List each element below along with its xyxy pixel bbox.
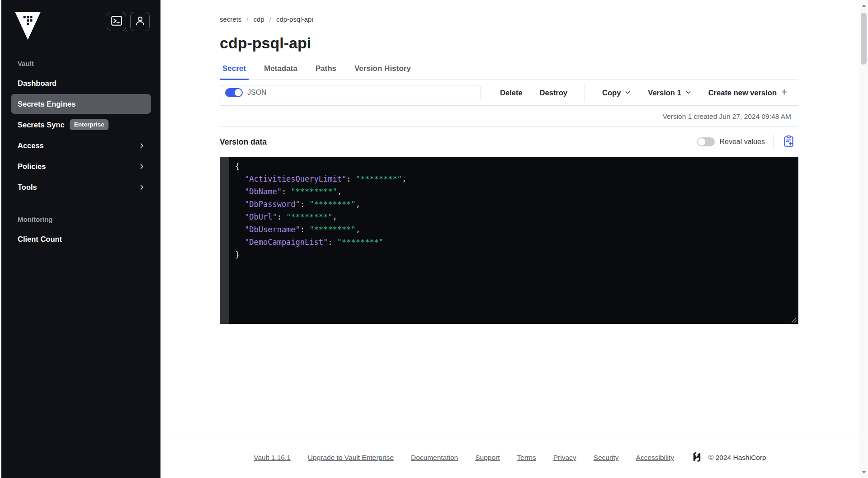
version-dropdown-button[interactable]: Version 1 (648, 89, 691, 97)
secret-entry: "DbPassword": "********", (235, 198, 406, 211)
scroll-down-icon[interactable] (859, 468, 868, 476)
breadcrumb-secrets[interactable]: secrets (220, 15, 241, 23)
main-content: secrets / cdp / cdp-psql-api cdp-psql-ap… (160, 0, 859, 478)
chevron-down-icon (685, 89, 691, 97)
create-new-version-button[interactable]: Create new version (708, 89, 788, 97)
sidebar-item-policies[interactable]: Policies (1, 156, 160, 177)
copyright-text: © 2024 HashiCorp (708, 454, 766, 462)
vault-logo-icon[interactable] (15, 12, 41, 40)
copy-dropdown-button[interactable]: Copy (602, 89, 631, 97)
secret-entry: "DemoCampaignList": "********" (235, 236, 406, 248)
sidebar-item-dashboard[interactable]: Dashboard (1, 73, 160, 94)
chevron-down-icon (625, 89, 631, 97)
secret-entry: "ActivitiesQueryLimit": "********", (235, 173, 406, 185)
clipboard-copy-icon (783, 135, 795, 149)
version-data-header: Version data Reveal values (220, 127, 798, 157)
header-divider (774, 134, 774, 150)
chevron-right-icon (138, 163, 145, 170)
hashicorp-logo-icon (691, 451, 703, 464)
secret-entry: "DbUsername": "********", (235, 223, 406, 236)
json-toggle-box: JSON (220, 85, 481, 100)
footer-link-support[interactable]: Support (475, 454, 500, 462)
sidebar-item-secrets-engines[interactable]: Secrets Engines (11, 94, 151, 114)
breadcrumb-cdp[interactable]: cdp (254, 15, 264, 23)
breadcrumb: secrets / cdp / cdp-psql-api (220, 0, 798, 23)
footer-link-terms[interactable]: Terms (517, 454, 536, 462)
secret-entry: "DbUrl": "********", (235, 211, 406, 223)
tab-paths[interactable]: Paths (313, 64, 339, 80)
editor-gutter (220, 157, 229, 324)
secret-json-editor: { "ActivitiesQueryLimit": "********", "D… (220, 157, 798, 324)
secret-entry: "DbName": "********", (235, 185, 406, 198)
chevron-right-icon (138, 184, 145, 191)
json-toggle[interactable] (225, 88, 243, 97)
scrollbar-thumb[interactable] (861, 13, 867, 65)
breadcrumb-current: cdp-psql-api (276, 15, 313, 23)
user-icon (134, 15, 146, 28)
footer-link-accessibility[interactable]: Accessibility (636, 454, 674, 462)
tab-secret[interactable]: Secret (220, 64, 249, 80)
terminal-icon (111, 15, 123, 28)
chevron-right-icon (138, 142, 145, 149)
json-toggle-label: JSON (247, 89, 267, 97)
footer-link-upgrade[interactable]: Upgrade to Vault Enterprise (308, 454, 394, 462)
tab-version-history[interactable]: Version History (352, 64, 414, 80)
sidebar-section-vault: Vault (18, 60, 160, 67)
sidebar-section-monitoring: Monitoring (18, 216, 160, 223)
footer-link-documentation[interactable]: Documentation (411, 454, 458, 462)
sidebar-item-secrets-sync[interactable]: Secrets Sync Enterprise (1, 114, 160, 135)
copy-secret-button[interactable] (783, 135, 795, 149)
tab-metadata[interactable]: Metadata (261, 64, 300, 80)
footer-link-privacy[interactable]: Privacy (553, 454, 576, 462)
version-created-text: Version 1 created Jun 27, 2024 09:48 AM (220, 106, 798, 127)
plus-icon (781, 89, 788, 97)
sidebar-item-access[interactable]: Access (1, 135, 160, 156)
secret-toolbar: JSON Delete Destroy Copy Version 1 (220, 80, 798, 106)
sidebar: Vault Dashboard Secrets Engines Secrets … (0, 0, 160, 478)
footer: Vault 1.16.1 Upgrade to Vault Enterprise… (160, 437, 859, 478)
tab-bar: Secret Metadata Paths Version History (220, 64, 798, 80)
enterprise-badge: Enterprise (70, 119, 109, 130)
sidebar-item-client-count[interactable]: Client Count (1, 229, 160, 249)
reveal-values-label: Reveal values (720, 138, 765, 146)
page-title: cdp-psql-api (220, 34, 798, 52)
scroll-up-icon[interactable] (859, 2, 868, 10)
footer-link-security[interactable]: Security (594, 454, 619, 462)
delete-button[interactable]: Delete (500, 89, 523, 97)
user-menu-button[interactable] (130, 12, 150, 31)
toolbar-divider (585, 84, 585, 102)
resize-handle[interactable] (791, 317, 797, 323)
reveal-values-toggle[interactable] (697, 137, 715, 146)
secret-json-content: { "ActivitiesQueryLimit": "********", "D… (229, 157, 406, 324)
version-data-title: Version data (220, 137, 267, 147)
console-button[interactable] (107, 12, 126, 31)
page-scrollbar[interactable] (859, 0, 868, 478)
sidebar-item-tools[interactable]: Tools (1, 177, 160, 197)
destroy-button[interactable]: Destroy (540, 89, 567, 97)
sidebar-header (1, 0, 160, 40)
footer-link-vault-version[interactable]: Vault 1.16.1 (254, 454, 291, 462)
